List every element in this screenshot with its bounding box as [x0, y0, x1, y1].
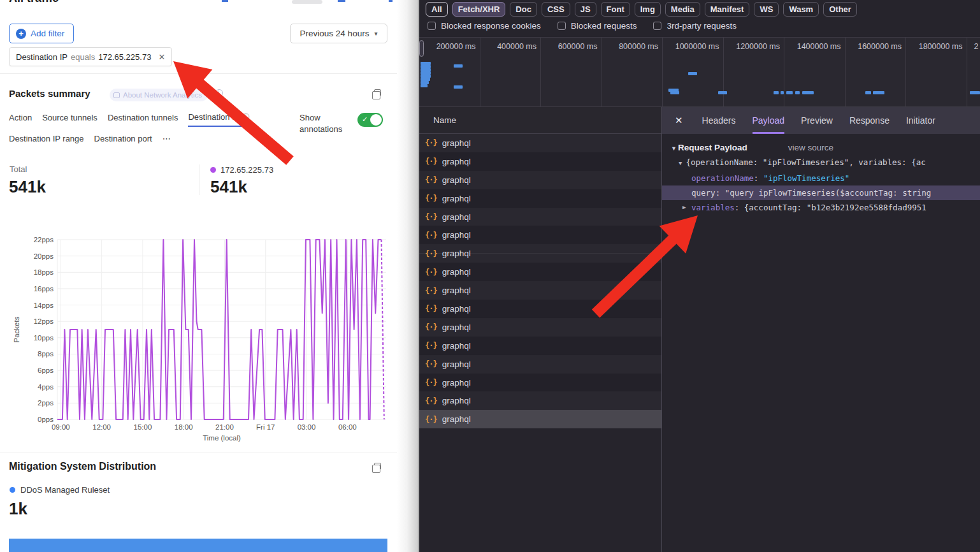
- filter-chip-field: Destination IP: [16, 52, 68, 62]
- detail-tab-bar: ✕ HeadersPayloadPreviewResponseInitiator: [662, 107, 980, 134]
- svg-text:21:00: 21:00: [215, 423, 234, 431]
- request-row-graphql[interactable]: {·}graphql: [419, 391, 661, 410]
- timeline-tick-label: 400000 ms: [497, 42, 537, 51]
- mitigation-bar: [9, 539, 387, 552]
- devtools-panel: AllFetch/XHRDocCSSJSFontImgMediaManifest…: [419, 0, 980, 552]
- detail-tab-response[interactable]: Response: [849, 107, 890, 134]
- detail-tab-payload[interactable]: Payload: [753, 107, 785, 134]
- tab-action[interactable]: Action: [9, 112, 32, 127]
- request-row-graphql[interactable]: {·}graphql: [419, 281, 661, 300]
- detail-tab-headers[interactable]: Headers: [702, 107, 736, 134]
- payload-summary-row[interactable]: ▼{operationName: "ipFlowTimeseries", var…: [662, 155, 980, 171]
- payload-row-variables[interactable]: ▶variables: {accountTag: "b12e3b2192ee55…: [662, 200, 980, 215]
- payload-separator: :: [754, 173, 763, 183]
- checkbox-blocked-response-cookies[interactable]: Blocked response cookies: [428, 21, 541, 31]
- svg-text:Fri 17: Fri 17: [256, 423, 275, 431]
- close-icon[interactable]: ✕: [675, 115, 683, 126]
- packets-chart: 0pps2pps4pps6pps8pps10pps12pps14pps16pps…: [0, 228, 397, 442]
- total-value: 541k: [9, 177, 46, 197]
- checkbox-icon[interactable]: [428, 22, 436, 30]
- checkbox-label: Blocked response cookies: [441, 21, 541, 31]
- filter-pill-other[interactable]: Other: [823, 2, 857, 17]
- payload-key: operationName: [691, 173, 754, 183]
- json-braces-icon: {·}: [425, 415, 437, 424]
- name-column-label: Name: [433, 115, 456, 125]
- check-icon: ✓: [362, 115, 368, 124]
- network-overview-timeline[interactable]: 200000 ms400000 ms600000 ms800000 ms1000…: [419, 37, 980, 107]
- payload-tree: ▼{operationName: "ipFlowTimeseries", var…: [662, 155, 980, 215]
- tab-destination-port[interactable]: Destination port: [94, 134, 152, 147]
- show-annotations-toggle[interactable]: ✓: [357, 113, 383, 127]
- request-row-graphql[interactable]: {·}graphql: [419, 171, 661, 189]
- checkbox-icon[interactable]: [558, 22, 566, 30]
- request-filter-checkboxes: Blocked response cookiesBlocked requests…: [428, 21, 737, 31]
- detail-tab-preview[interactable]: Preview: [801, 107, 833, 134]
- request-row-graphql[interactable]: {·}graphql: [419, 189, 661, 208]
- request-row-graphql[interactable]: {·}graphql: [419, 374, 661, 392]
- packets-summary-title: Packets summary: [9, 88, 90, 99]
- filter-pill-media[interactable]: Media: [665, 2, 700, 17]
- payload-row-operationname[interactable]: operationName: "ipFlowTimeseries": [662, 171, 980, 185]
- tab-[interactable]: ⋯: [162, 134, 171, 147]
- filter-pill-fetch-xhr[interactable]: Fetch/XHR: [452, 2, 506, 17]
- request-row-graphql[interactable]: {·}graphql: [419, 337, 661, 355]
- caret-collapsed-icon[interactable]: ▶: [682, 200, 686, 215]
- request-name: graphql: [442, 360, 471, 369]
- filter-pill-ws[interactable]: WS: [754, 2, 779, 17]
- remove-filter-icon[interactable]: ✕: [158, 52, 165, 62]
- tab-source-tunnels[interactable]: Source tunnels: [42, 112, 97, 127]
- expand-panel-icon[interactable]: [374, 463, 381, 470]
- timeline-column: 1800000 ms: [906, 38, 967, 107]
- request-row-graphql[interactable]: {·}graphql: [419, 152, 661, 171]
- checkbox-icon[interactable]: [653, 22, 661, 30]
- request-row-graphql[interactable]: {·}graphql: [419, 318, 661, 337]
- request-name: graphql: [442, 396, 471, 405]
- about-network-analytics-badge[interactable]: About Network Analytics: [110, 89, 208, 101]
- svg-text:15:00: 15:00: [134, 423, 152, 431]
- request-name: graphql: [442, 267, 471, 277]
- request-row-graphql[interactable]: {·}graphql: [419, 355, 661, 374]
- request-row-graphql[interactable]: {·}graphql: [419, 226, 661, 244]
- request-row-graphql[interactable]: {·}graphql: [419, 134, 661, 152]
- tab-destination-tunnels[interactable]: Destination tunnels: [108, 112, 178, 127]
- filter-pill-manifest[interactable]: Manifest: [705, 2, 750, 17]
- payload-separator: :: [735, 203, 744, 212]
- time-range-dropdown[interactable]: Previous 24 hours ▾: [290, 24, 387, 43]
- filter-pill-all[interactable]: All: [426, 2, 448, 17]
- request-row-graphql[interactable]: {·}graphql: [419, 263, 661, 281]
- checkbox-label: 3rd-party requests: [667, 21, 737, 31]
- tab-destination-ip-range[interactable]: Destination IP range: [9, 134, 84, 147]
- filter-pill-font[interactable]: Font: [601, 2, 630, 17]
- payload-row-query[interactable]: query: "query ipFlowTimeseries($accountT…: [662, 185, 980, 200]
- filter-pill-css[interactable]: CSS: [542, 2, 570, 17]
- request-row-graphql[interactable]: {·}graphql: [419, 410, 661, 428]
- request-payload-title[interactable]: ▼Request Payload: [671, 143, 747, 152]
- json-braces-icon: {·}: [425, 157, 437, 166]
- request-row-graphql[interactable]: {·}graphql: [419, 300, 661, 318]
- expand-panel-icon[interactable]: [374, 89, 381, 96]
- payload-separator: :: [716, 188, 725, 198]
- filter-pill-img[interactable]: Img: [635, 2, 661, 17]
- json-braces-icon: {·}: [425, 194, 437, 203]
- total-label: Total: [10, 164, 27, 174]
- checkbox-3rd-party-requests[interactable]: 3rd-party requests: [653, 21, 737, 31]
- payload-key: variables: [691, 203, 735, 212]
- request-row-graphql[interactable]: {·}graphql: [419, 208, 661, 226]
- tab-destination-ip[interactable]: Destination IPⓘ: [188, 112, 249, 127]
- filter-pill-wasm[interactable]: Wasm: [783, 2, 819, 17]
- add-filter-button[interactable]: + Add filter: [9, 24, 74, 43]
- filter-pill-doc[interactable]: Doc: [510, 2, 537, 17]
- timeline-tick-label: 600000 ms: [558, 42, 598, 51]
- timeline-tick-label: 200000 ms: [436, 42, 476, 51]
- svg-text:22pps: 22pps: [34, 236, 54, 243]
- caret-expanded-icon[interactable]: ▼: [679, 160, 682, 166]
- name-column-header[interactable]: Name: [419, 107, 661, 134]
- detail-tab-initiator[interactable]: Initiator: [906, 107, 935, 134]
- waterfall-bar: [454, 64, 463, 68]
- checkbox-blocked-requests[interactable]: Blocked requests: [558, 21, 637, 31]
- filter-pill-js[interactable]: JS: [575, 2, 596, 17]
- payload-summary-text: {operationName: "ipFlowTimeseries", vari…: [686, 157, 925, 167]
- filter-chip-operator: equals: [71, 52, 95, 62]
- view-source-link[interactable]: view source: [788, 143, 833, 152]
- filter-chip[interactable]: Destination IP equals 172.65.225.73 ✕: [9, 47, 172, 66]
